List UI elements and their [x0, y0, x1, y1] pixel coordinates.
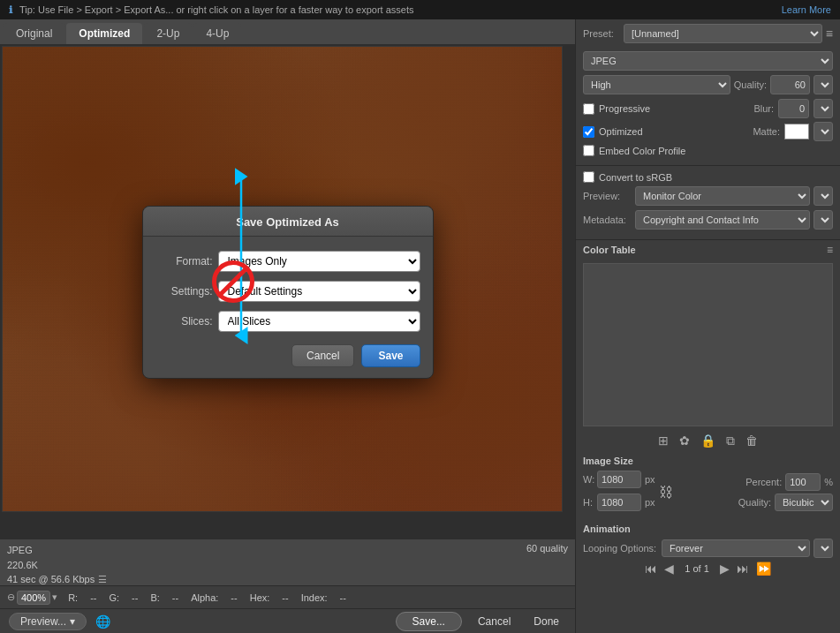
preset-label: Preset: — [583, 28, 620, 39]
tab-original[interactable]: Original — [4, 23, 64, 44]
blur-stepper[interactable]: ↕ — [814, 99, 833, 118]
quality2-select[interactable]: Bicubic — [775, 494, 833, 511]
preview-button[interactable]: Preview... ▾ — [9, 613, 87, 630]
color-table-area — [583, 263, 833, 426]
browser-icon[interactable]: 🌐 — [95, 614, 110, 629]
info-icon: ℹ — [9, 4, 12, 16]
left-panel: Original Optimized 2-Up 4-Up — [0, 19, 575, 633]
zoom-value[interactable]: 400% — [17, 591, 50, 605]
looping-row: Looping Options: Forever ↕ — [583, 539, 833, 558]
cancel-footer-button[interactable]: Cancel — [471, 613, 518, 630]
ct-map-icon[interactable]: ⊞ — [658, 433, 669, 448]
animation-section: Animation Looping Options: Forever ↕ ⏮ ◀… — [576, 520, 840, 579]
tab-4up[interactable]: 4-Up — [193, 23, 241, 44]
progressive-checkbox[interactable] — [583, 103, 594, 115]
convert-srgb-label: Convert to sRGB — [599, 172, 672, 183]
quality-stepper[interactable]: ↕ — [814, 75, 833, 94]
preview-right-label: Preview: — [583, 191, 632, 201]
width-unit: px — [645, 474, 655, 485]
anim-play-button[interactable]: ▶ — [718, 561, 731, 576]
format-select[interactable]: JPEG — [583, 51, 833, 71]
link-chain-icon[interactable]: ⛓ — [659, 485, 673, 501]
color-table-title: Color Table — [583, 245, 636, 255]
looping-label: Looping Options: — [583, 543, 658, 554]
metadata-select[interactable]: Copyright and Contact Info — [635, 210, 810, 230]
dialog-overlay: Save Optimized As Format: Images Only Se… — [0, 44, 575, 539]
preview-dropdown-icon[interactable]: ▾ — [70, 615, 75, 628]
dialog-slices-label: Slices: — [155, 315, 213, 328]
g-value: -- — [132, 592, 138, 603]
status-format: JPEG — [7, 543, 107, 558]
dialog-cancel-button[interactable]: Cancel — [291, 344, 354, 367]
percent-unit: % — [824, 477, 833, 487]
zoom-dropdown-icon[interactable]: ▾ — [52, 592, 57, 603]
dialog-format-label: Format: — [155, 255, 213, 268]
looping-select[interactable]: Forever — [662, 539, 810, 557]
ct-flower-icon[interactable]: ✿ — [679, 433, 690, 448]
quality-setting-row: High Quality: ↕ — [583, 75, 833, 94]
preset-select[interactable]: [Unnamed] — [624, 24, 822, 43]
blur-input[interactable] — [778, 99, 809, 118]
status-quality: 60 quality — [526, 543, 568, 554]
looping-stepper[interactable]: ↕ — [814, 539, 833, 558]
height-label: H: — [583, 497, 594, 508]
percent-label: Percent: — [745, 477, 782, 487]
done-footer-button[interactable]: Done — [526, 613, 566, 630]
preset-menu-icon[interactable]: ≡ — [826, 26, 833, 41]
convert-srgb-checkbox[interactable] — [583, 171, 594, 183]
progressive-row: Progressive Blur: ↕ — [583, 99, 833, 118]
width-input[interactable] — [597, 471, 641, 488]
optimized-checkbox[interactable] — [583, 126, 594, 138]
metadata-stepper[interactable]: ↕ — [814, 210, 833, 230]
width-row: W: px — [583, 471, 655, 488]
quality2-label: Quality: — [738, 497, 771, 508]
ct-trash-icon[interactable]: 🗑 — [745, 433, 758, 448]
tip-text: Tip: Use File > Export > Export As... or… — [19, 4, 414, 15]
tab-2up[interactable]: 2-Up — [144, 23, 192, 44]
zoom-control: ⊖ 400% ▾ — [7, 591, 57, 605]
ct-copy-icon[interactable]: ⧉ — [726, 433, 735, 448]
r-label: R: — [68, 592, 78, 603]
percent-input[interactable] — [785, 473, 821, 491]
convert-srgb-row: Convert to sRGB — [583, 171, 833, 183]
bottom-bar: ⊖ 400% ▾ R:-- G:-- B:-- Alpha:-- Hex:-- … — [0, 585, 575, 608]
anim-first-frame-button[interactable]: ⏮ — [643, 561, 659, 576]
quality-setting-select[interactable]: High — [583, 75, 730, 94]
quality-input[interactable] — [770, 75, 810, 94]
save-footer-button[interactable]: Save... — [396, 612, 462, 631]
r-value: -- — [90, 592, 96, 603]
metadata-row: Metadata: Copyright and Contact Info ↕ — [583, 210, 833, 230]
color-section: Convert to sRGB Preview: Monitor Color ↕… — [576, 166, 840, 240]
ct-lock-icon[interactable]: 🔒 — [700, 433, 715, 448]
no-symbol-icon — [212, 260, 254, 303]
alpha-label: Alpha: — [191, 592, 218, 603]
save-dialog: Save Optimized As Format: Images Only Se… — [142, 206, 434, 379]
anim-next-frame-button[interactable]: ⏭ — [735, 561, 751, 576]
zoom-minus-icon[interactable]: ⊖ — [7, 592, 15, 603]
learn-more-link[interactable]: Learn More — [782, 4, 831, 15]
b-label: B: — [150, 592, 159, 603]
canvas-area: Save Optimized As Format: Images Only Se… — [0, 44, 575, 539]
dialog-title: Save Optimized As — [143, 207, 433, 237]
color-table-menu-icon[interactable]: ≡ — [827, 244, 833, 256]
blur-label: Blur: — [753, 103, 774, 114]
color-table-icons: ⊞ ✿ 🔒 ⧉ 🗑 — [576, 430, 840, 452]
preview-select[interactable]: Monitor Color — [635, 186, 810, 206]
height-row: H: px — [583, 494, 655, 511]
tab-optimized[interactable]: Optimized — [66, 23, 142, 44]
index-label: Index: — [301, 592, 328, 603]
height-input[interactable] — [597, 494, 641, 511]
footer-actions: Save... Cancel Done — [396, 612, 566, 631]
matte-stepper[interactable]: ↕ — [814, 122, 833, 141]
hex-value: -- — [282, 592, 288, 603]
channel-info: R:-- G:-- B:-- Alpha:-- Hex:-- Index:-- — [68, 592, 346, 603]
anim-last-frame-button[interactable]: ⏩ — [754, 561, 773, 576]
preview-stepper[interactable]: ↕ — [814, 186, 833, 206]
animation-title: Animation — [583, 524, 833, 534]
status-filesize: 220.6K — [7, 558, 107, 573]
matte-color-box[interactable] — [784, 124, 809, 139]
dialog-save-button[interactable]: Save — [361, 344, 420, 367]
anim-prev-frame-button[interactable]: ◀ — [662, 561, 676, 576]
embed-profile-checkbox[interactable] — [583, 145, 594, 156]
image-size-title: Image Size — [583, 456, 833, 466]
